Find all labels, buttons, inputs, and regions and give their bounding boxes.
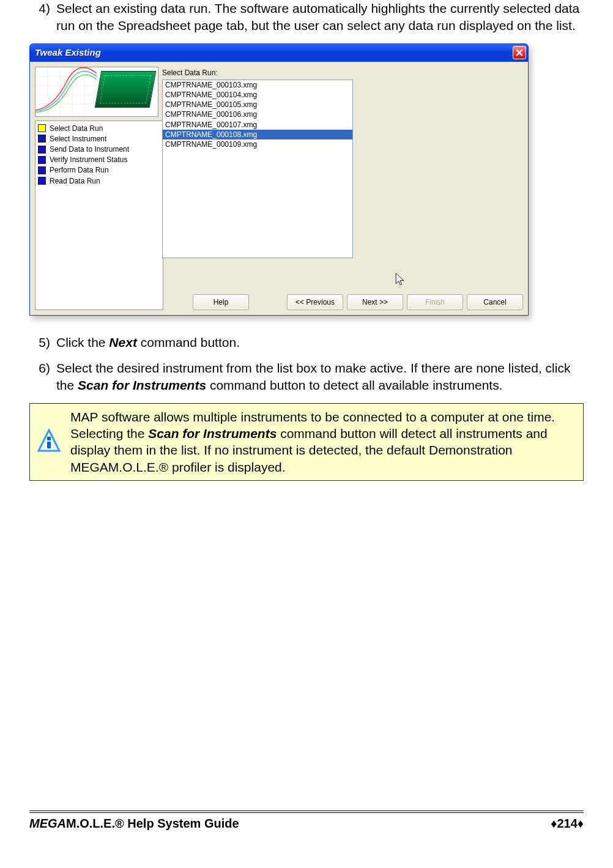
button-row: Help << Previous Next >> Finish Cancel (162, 264, 523, 310)
square-icon (38, 124, 46, 132)
text-bold: Scan for Instruments (78, 378, 206, 392)
info-icon (36, 426, 62, 457)
text-bold: Next (109, 335, 137, 349)
page-footer: MEGAM.O.L.E.® Help System Guide ♦214♦ (29, 811, 584, 832)
wizard-step-label: Select Instrument (50, 134, 106, 144)
step-num: 5) (29, 334, 56, 351)
data-run-listbox[interactable]: CMPTRNAME_000103.xmg CMPTRNAME_000104.xm… (162, 80, 353, 258)
wizard-step-label: Read Data Run (50, 176, 100, 186)
wizard-step-label: Perform Data Run (50, 165, 109, 175)
square-icon (38, 166, 46, 174)
info-note: MAP software allows multiple instruments… (29, 403, 584, 481)
step-body-4: Select an existing data run. The softwar… (56, 0, 584, 35)
step-body-6: Select the desired instrument from the l… (56, 360, 584, 395)
step-6: 6) Select the desired instrument from th… (29, 360, 584, 395)
wizard-header-image (35, 67, 158, 117)
titlebar: Tweak Existing (29, 43, 529, 62)
wizard-step-label: Select Data Run (50, 124, 103, 133)
text: command button to detect all available i… (206, 378, 502, 392)
wizard-step-label: Send Data to Instrument (50, 144, 129, 154)
square-icon (38, 177, 46, 185)
footer-title-italic: MEGA (29, 817, 66, 830)
svg-rect-11 (47, 442, 51, 448)
note-text: MAP software allows multiple instruments… (70, 409, 574, 475)
step-num: 6) (29, 360, 56, 395)
wizard-step-item: Select Instrument (38, 134, 160, 144)
wizard-step-item: Perform Data Run (38, 165, 160, 175)
step-num: 4) (29, 0, 56, 35)
finish-button: Finish (407, 294, 463, 310)
text: command button. (137, 335, 240, 349)
list-item[interactable]: CMPTRNAME_000104.xmg (163, 90, 352, 100)
wizard-step-item: Send Data to Instrument (38, 144, 160, 154)
list-item[interactable]: CMPTRNAME_000106.xmg (163, 109, 352, 119)
listbox-label: Select Data Run: (162, 68, 523, 78)
list-item[interactable]: CMPTRNAME_000105.xmg (163, 100, 352, 109)
step-4: 4) Select an existing data run. The soft… (29, 0, 584, 35)
wizard-step-item: Select Data Run (38, 124, 160, 133)
previous-button[interactable]: << Previous (287, 294, 343, 310)
list-item-selected[interactable]: CMPTRNAME_000108.xmg (163, 130, 352, 139)
square-icon (38, 156, 46, 164)
cursor-icon (395, 272, 406, 287)
list-item[interactable]: CMPTRNAME_000109.xmg (163, 139, 352, 149)
footer-left: MEGAM.O.L.E.® Help System Guide (29, 815, 239, 832)
close-icon (516, 49, 523, 56)
cancel-button[interactable]: Cancel (467, 294, 523, 310)
help-button[interactable]: Help (193, 294, 249, 310)
window-title: Tweak Existing (35, 46, 101, 59)
dialog-screenshot: Tweak Existing (29, 43, 529, 316)
wizard-step-label: Verify Instrument Status (50, 155, 127, 165)
wizard-step-item: Read Data Run (38, 176, 160, 186)
close-button[interactable] (513, 46, 526, 59)
square-icon (38, 135, 46, 143)
next-button[interactable]: Next >> (347, 294, 403, 310)
step-5: 5) Click the Next command button. (29, 334, 584, 351)
text-bold: Scan for Instruments (148, 426, 277, 440)
footer-title-rest: M.O.L.E.® Help System Guide (66, 817, 239, 830)
list-item[interactable]: CMPTRNAME_000107.xmg (163, 120, 352, 130)
wizard-right-panel: Select Data Run: CMPTRNAME_000103.xmg CM… (162, 67, 523, 310)
step-body-5: Click the Next command button. (56, 334, 584, 351)
svg-rect-10 (47, 437, 51, 440)
square-icon (38, 146, 46, 154)
list-item[interactable]: CMPTRNAME_000103.xmg (163, 80, 352, 90)
wizard-step-item: Verify Instrument Status (38, 155, 160, 165)
wizard-step-list: Select Data Run Select Instrument Send D… (35, 121, 163, 310)
wizard-left-panel: Select Data Run Select Instrument Send D… (35, 67, 157, 310)
text: Click the (56, 335, 109, 349)
footer-page-number: ♦214♦ (551, 815, 584, 832)
